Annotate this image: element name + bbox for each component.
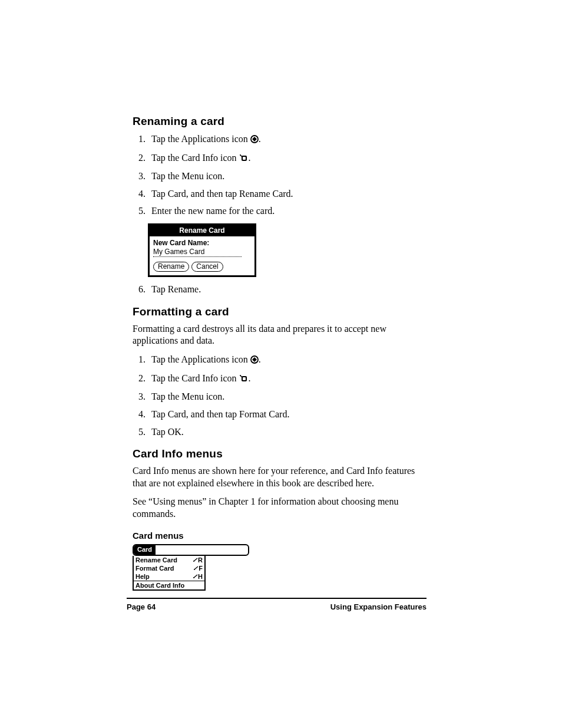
menu-item-shortcut: F — [194, 564, 203, 572]
page-number: Page 64 — [127, 602, 156, 611]
chapter-title: Using Expansion Features — [330, 602, 427, 611]
menu-item-label: About Card Info — [135, 581, 184, 589]
cancel-button[interactable]: Cancel — [191, 262, 223, 272]
rename-card-dialog: Rename Card New Card Name: My Games Card… — [148, 223, 256, 277]
new-card-name-label: New Card Name: — [153, 239, 251, 247]
svg-point-10 — [193, 577, 194, 578]
card-menu-screenshot: Card Rename Card R Format Card F Help — [133, 544, 249, 591]
menu-item-about-card-info[interactable]: About Card Info — [134, 581, 204, 589]
formatting-intro: Formatting a card destroys all its data … — [133, 323, 427, 348]
menu-item-rename-card[interactable]: Rename Card R — [134, 556, 204, 564]
step-text: Tap Rename. — [151, 284, 201, 294]
menu-item-label: Rename Card — [135, 556, 177, 564]
footer-row: Page 64 Using Expansion Features — [127, 602, 427, 611]
card-menu-dropdown: Rename Card R Format Card F Help H — [133, 556, 206, 591]
step: Tap the Card Info icon . — [148, 372, 427, 386]
section-renaming: Renaming a card Tap the Applications ico… — [133, 115, 427, 296]
section-cardinfo-menus: Card Info menus Card Info menus are show… — [133, 447, 427, 591]
step: Tap Rename. — [148, 283, 427, 296]
step-text: Tap Card, and then tap Format Card. — [151, 409, 289, 419]
step-period: . — [259, 354, 261, 364]
step-text: Tap OK. — [151, 427, 184, 437]
step: Tap the Applications icon . — [148, 353, 427, 367]
steps-formatting: Tap the Applications icon . Tap the Card… — [133, 353, 427, 438]
step: Tap Card, and then tap Rename Card. — [148, 187, 427, 200]
cardinfo-para2: See “Using menus” in Chapter 1 for infor… — [133, 496, 427, 521]
dialog-content: New Card Name: My Games Card Rename Canc… — [150, 236, 254, 275]
menu-tab-card[interactable]: Card — [134, 545, 156, 555]
new-card-name-input[interactable]: My Games Card — [153, 248, 242, 257]
step-text: Tap the Menu icon. — [151, 171, 224, 181]
step-period: . — [249, 373, 251, 383]
svg-point-7 — [240, 375, 241, 376]
steps-renaming-before: Tap the Applications icon . Tap the Card… — [133, 133, 427, 218]
menu-bar: Card — [133, 544, 249, 556]
svg-rect-6 — [243, 377, 246, 380]
step: Tap the Card Info icon . — [148, 151, 427, 166]
svg-rect-2 — [243, 157, 246, 160]
step-text: Tap the Card Info icon — [151, 153, 239, 163]
heading-renaming: Renaming a card — [133, 115, 427, 128]
heading-formatting: Formatting a card — [133, 305, 427, 318]
heading-cardinfo: Card Info menus — [133, 447, 427, 460]
step: Tap the Menu icon. — [148, 390, 427, 403]
step: Tap the Applications icon . — [148, 133, 427, 147]
svg-point-9 — [194, 569, 195, 570]
rename-button[interactable]: Rename — [153, 262, 189, 272]
document-page: Renaming a card Tap the Applications ico… — [0, 0, 562, 728]
step: Tap Card, and then tap Format Card. — [148, 408, 427, 421]
step-period: . — [259, 134, 261, 144]
step-text: Tap the Applications icon — [151, 134, 250, 144]
dialog-title: Rename Card — [150, 225, 254, 236]
step-text: Tap the Applications icon — [151, 354, 250, 364]
step-text: Tap the Menu icon. — [151, 391, 224, 401]
dialog-button-row: Rename Cancel — [153, 262, 251, 272]
menu-item-format-card[interactable]: Format Card F — [134, 564, 204, 572]
section-formatting: Formatting a card Formatting a card dest… — [133, 305, 427, 439]
step: Enter the new name for the card. — [148, 205, 427, 218]
step: Tap the Menu icon. — [148, 170, 427, 183]
menu-item-shortcut: H — [193, 572, 203, 581]
applications-icon — [250, 354, 259, 367]
svg-point-3 — [240, 154, 241, 156]
menu-item-shortcut: R — [193, 556, 203, 564]
card-info-icon — [239, 153, 249, 166]
svg-point-8 — [193, 561, 194, 562]
step: Tap OK. — [148, 426, 427, 439]
cardinfo-para1: Card Info menus are shown here for your … — [133, 465, 427, 490]
applications-icon — [250, 134, 259, 147]
page-footer: Page 64 Using Expansion Features — [127, 598, 427, 611]
footer-divider — [127, 598, 427, 599]
menu-item-label: Help — [135, 572, 150, 581]
menu-item-label: Format Card — [135, 564, 174, 572]
subheading-card-menus: Card menus — [133, 531, 427, 541]
menu-item-help[interactable]: Help H — [134, 572, 204, 581]
steps-renaming-after: Tap Rename. — [133, 283, 427, 296]
step-period: . — [249, 153, 251, 163]
card-info-icon — [239, 373, 249, 386]
step-text: Tap Card, and then tap Rename Card. — [151, 189, 293, 199]
step-text: Enter the new name for the card. — [151, 206, 275, 216]
step-text: Tap the Card Info icon — [151, 373, 239, 383]
